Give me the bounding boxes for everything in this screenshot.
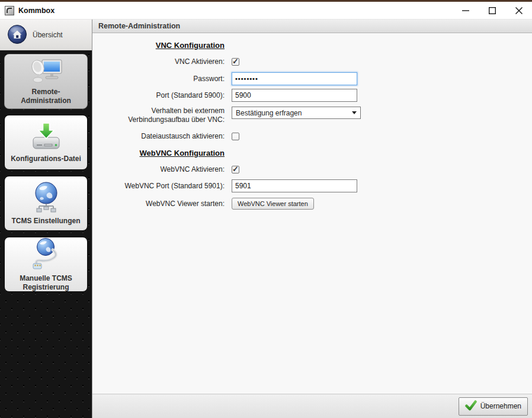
page-title: Remote-Administration (98, 22, 180, 30)
webvnc-viewer-label: WebVNC Viewer starten: (92, 200, 232, 208)
sidebar-item-remote-administration[interactable]: Remote-Administration (4, 54, 88, 109)
webvnc-port-input[interactable] (232, 179, 357, 192)
download-drive-icon (30, 121, 63, 153)
home-icon (7, 24, 27, 46)
webvnc-port-label: WebVNC Port (Standard 5901): (92, 182, 232, 191)
app-icon (5, 6, 14, 15)
sidebar-nav: Remote-Administration (0, 50, 92, 418)
vnc-port-label: Port (Standard 5900): (92, 91, 232, 100)
vnc-section-heading: VNC Konfiguration (92, 41, 232, 50)
password-label: Passwort: (92, 75, 232, 83)
sidebar-item-label: Remote-Administration (8, 88, 84, 105)
behavior-label: Verhalten bei externem Verbindungsaufbau… (92, 107, 232, 124)
chevron-down-icon (352, 111, 357, 114)
titlebar[interactable]: Kommbox (0, 2, 532, 20)
sidebar-item-label: TCMS Einstellungen (11, 217, 80, 226)
file-exchange-label: Dateiaustausch aktivieren: (92, 132, 232, 141)
close-button[interactable] (505, 3, 532, 18)
sidebar-item-manuelle-tcms-registrierung[interactable]: Manuelle TCMS Registrierung (4, 237, 88, 292)
behavior-select-value: Bestätigung erfragen (236, 109, 302, 117)
window-title: Kommbox (18, 7, 55, 15)
checkmark-icon (465, 400, 477, 413)
vnc-port-input[interactable] (232, 89, 357, 102)
footer-bar: Übernehmen (92, 394, 532, 418)
sidebar-item-konfigurations-datei[interactable]: Konfigurations-Datei (4, 115, 88, 170)
password-input[interactable] (232, 72, 357, 85)
settings-form: VNC Konfiguration VNC Aktivieren: Passwo… (92, 33, 532, 394)
minimize-button[interactable] (452, 3, 479, 18)
behavior-select[interactable]: Bestätigung erfragen (232, 107, 361, 119)
kommbox-window: Kommbox (0, 0, 532, 418)
file-exchange-checkbox[interactable] (232, 133, 239, 140)
sidebar-item-label: Manuelle TCMS Registrierung (8, 274, 84, 292)
webvnc-section-heading: WebVNC Konfiguration (92, 149, 232, 157)
page-header: Remote-Administration (92, 20, 532, 33)
apply-button[interactable]: Übernehmen (459, 397, 528, 416)
sidebar-item-label: Konfigurations-Datei (11, 155, 81, 163)
globe-network-icon (29, 181, 63, 215)
vnc-enable-label: VNC Aktivieren: (92, 57, 232, 66)
webvnc-enable-checkbox[interactable] (232, 166, 239, 173)
sidebar-item-tcms-einstellungen[interactable]: TCMS Einstellungen (4, 176, 88, 231)
webvnc-viewer-button[interactable]: WebVNC Viewer starten (232, 198, 314, 210)
sidebar-item-label: Übersicht (33, 31, 63, 39)
webvnc-enable-label: WebVNC Aktivieren: (92, 165, 232, 174)
maximize-button[interactable] (479, 3, 505, 18)
vnc-enable-checkbox[interactable] (232, 58, 239, 66)
window-controls (452, 3, 532, 18)
apply-button-label: Übernehmen (480, 402, 521, 410)
globe-cable-icon (30, 237, 63, 272)
sidebar: Übersicht (0, 20, 92, 418)
sidebar-item-uebersicht[interactable]: Übersicht (0, 20, 92, 50)
remote-desktop-icon (29, 58, 63, 86)
